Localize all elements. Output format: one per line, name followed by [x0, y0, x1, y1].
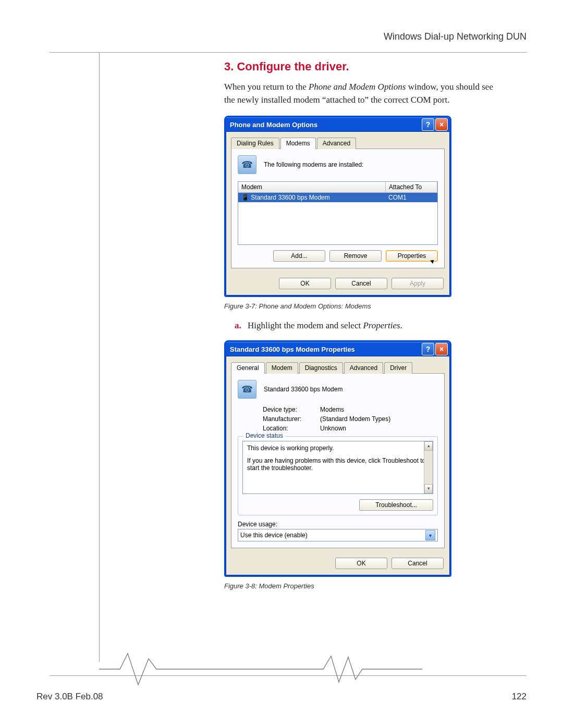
- ok-button[interactable]: OK: [279, 278, 331, 289]
- device-status-label: Device status: [243, 432, 285, 439]
- footer-page: 122: [512, 692, 527, 702]
- col-modem[interactable]: Modem: [238, 182, 386, 192]
- intro-pre: When you return to the: [224, 82, 309, 92]
- step-a-label: a.: [235, 320, 241, 330]
- k-device-type: Device type:: [263, 406, 320, 413]
- device-status-group: Device status This device is working pro…: [238, 436, 438, 515]
- dialog2-title: Standard 33600 bps Modem Properties: [230, 346, 421, 353]
- step-a-ital: Properties: [363, 320, 400, 330]
- left-rule: [99, 52, 100, 662]
- scroll-up-icon[interactable]: ▴: [424, 441, 433, 451]
- intro-ital: Phone and Modem Options: [309, 82, 406, 92]
- tab-pane: ☎ The following modems are installed: Mo…: [231, 149, 445, 268]
- top-rule: [50, 52, 527, 53]
- modem-name: Standard 33600 bps Modem: [264, 386, 342, 393]
- dialog-title: Phone and Modem Options: [230, 121, 421, 129]
- help-icon[interactable]: ?: [422, 343, 434, 355]
- footer-rev: Rev 3.0B Feb.08: [36, 692, 103, 702]
- help-icon[interactable]: ?: [422, 118, 434, 131]
- tab-advanced2[interactable]: Advanced: [344, 362, 383, 374]
- tab2-pane: ☎ Standard 33600 bps Modem Device type:M…: [231, 373, 445, 548]
- cancel-button-2[interactable]: Cancel: [391, 558, 444, 569]
- installed-msg: The following modems are installed:: [264, 161, 363, 168]
- v-device-type: Modems: [320, 406, 344, 413]
- add-button[interactable]: Add...: [273, 250, 325, 262]
- cell-attached: COM1: [385, 193, 437, 202]
- modem-icon: ☎: [238, 380, 256, 399]
- modem-icon: ☎: [238, 155, 256, 174]
- tab-general[interactable]: General: [231, 362, 265, 374]
- scroll-down-icon[interactable]: ▾: [424, 484, 433, 493]
- phone-modem-dialog: Phone and Modem Options ? × Dialing Rule…: [224, 116, 451, 297]
- modem-list[interactable]: Modem Attached To 📱 Standard 33600 bps M…: [238, 181, 438, 245]
- modem-properties-dialog: Standard 33600 bps Modem Properties ? × …: [224, 340, 451, 577]
- tab-diagnostics[interactable]: Diagnostics: [299, 362, 343, 374]
- tab-dialing-rules[interactable]: Dialing Rules: [231, 138, 279, 149]
- status-textarea[interactable]: This device is working properly. If you …: [242, 441, 433, 494]
- dialog-titlebar[interactable]: Phone and Modem Options ? ×: [226, 117, 450, 132]
- tab-advanced[interactable]: Advanced: [317, 138, 356, 149]
- step-a-post: .: [400, 320, 402, 330]
- troubleshoot-button[interactable]: Troubleshoot...: [359, 499, 433, 511]
- apply-button[interactable]: Apply: [391, 278, 444, 289]
- list-header: Modem Attached To: [238, 182, 437, 193]
- section-title: 3. Configure the driver.: [224, 60, 516, 73]
- tab-modems[interactable]: Modems: [280, 138, 316, 149]
- figure-3-8-caption: Figure 3-8: Modem Properties: [224, 582, 516, 590]
- cancel-button[interactable]: Cancel: [335, 278, 387, 289]
- tab-modem[interactable]: Modem: [266, 362, 298, 374]
- col-attached[interactable]: Attached To: [386, 182, 437, 192]
- scrollbar[interactable]: ▴ ▾: [424, 441, 433, 493]
- ok-button-2[interactable]: OK: [335, 558, 387, 569]
- page-header: Windows Dial-up Networking DUN: [384, 31, 527, 42]
- dialog2-titlebar[interactable]: Standard 33600 bps Modem Properties ? ×: [226, 342, 450, 356]
- close-icon[interactable]: ×: [435, 118, 448, 131]
- cell-modem: 📱 Standard 33600 bps Modem: [238, 193, 385, 202]
- k-manufacturer: Manufacturer:: [263, 415, 320, 423]
- main-content: 3. Configure the driver. When you return…: [224, 60, 516, 600]
- close-icon[interactable]: ×: [435, 343, 448, 355]
- step-a-pre: Highlight the modem and select: [248, 320, 363, 330]
- footer-wave-graphic: [99, 651, 422, 687]
- remove-button[interactable]: Remove: [329, 250, 382, 262]
- tab-driver[interactable]: Driver: [384, 362, 412, 374]
- chevron-down-icon[interactable]: ▾: [425, 530, 435, 540]
- v-manufacturer: (Standard Modem Types): [320, 415, 390, 423]
- device-info: Device type:Modems Manufacturer:(Standar…: [263, 406, 438, 432]
- v-location: Unknown: [320, 425, 346, 432]
- page-footer: Rev 3.0B Feb.08 122: [36, 692, 527, 702]
- device-usage-label: Device usage:: [238, 521, 438, 528]
- status-line1: This device is working properly.: [247, 445, 429, 452]
- properties-button[interactable]: Properties: [386, 250, 438, 262]
- device-usage-value: Use this device (enable): [240, 532, 308, 539]
- step-a: a. Highlight the modem and select Proper…: [235, 320, 516, 331]
- intro-paragraph: When you return to the Phone and Modem O…: [224, 81, 495, 106]
- list-row-selected[interactable]: 📱 Standard 33600 bps Modem COM1: [238, 193, 437, 202]
- tabs2: General Modem Diagnostics Advanced Drive…: [231, 362, 445, 374]
- device-usage-dropdown[interactable]: Use this device (enable) ▾: [238, 529, 438, 541]
- figure-3-7-caption: Figure 3-7: Phone and Modem Options: Mod…: [224, 302, 516, 310]
- status-line2: If you are having problems with this dev…: [247, 457, 429, 472]
- tabs: Dialing Rules Modems Advanced: [231, 137, 445, 149]
- k-location: Location:: [263, 425, 320, 432]
